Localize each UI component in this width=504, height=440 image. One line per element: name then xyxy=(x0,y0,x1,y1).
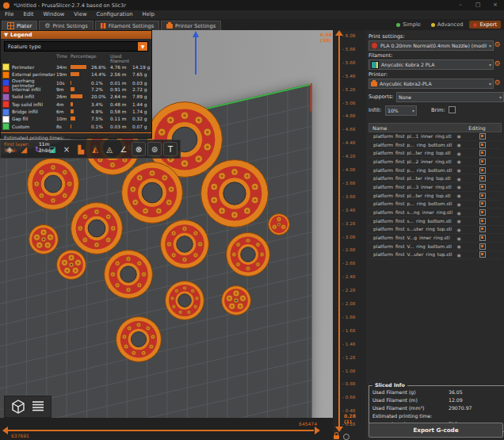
eye-icon[interactable]: ◉ xyxy=(454,176,464,182)
tab-printer-settings[interactable]: Printer Settings xyxy=(161,21,221,30)
ring-object[interactable] xyxy=(29,224,59,254)
editing-checkbox[interactable] xyxy=(479,193,486,199)
object-row[interactable]: platform_first_pl...ter_ring_top.stl◉ xyxy=(368,174,502,183)
menu-help[interactable]: Help xyxy=(138,10,160,19)
object-row[interactable]: platform_first_pl...1_inner_ring.stl◉ xyxy=(368,132,502,141)
menu-configuration[interactable]: Configuration xyxy=(92,10,138,19)
editing-checkbox[interactable] xyxy=(479,142,486,148)
ring-object[interactable] xyxy=(71,202,123,254)
eye-icon[interactable]: ◉ xyxy=(454,159,464,164)
eye-icon[interactable]: ◉ xyxy=(454,243,464,249)
slider-left-handle-icon[interactable] xyxy=(2,427,8,434)
object-row[interactable]: platform_first_V..._ring_bottom.stl◉ xyxy=(368,243,502,251)
supports-select[interactable]: None ▾ xyxy=(396,92,504,102)
object-row[interactable]: platform_first_pl...ter_ring_top.stl◉ xyxy=(368,192,502,201)
export-gcode-button[interactable]: Export G-code xyxy=(368,423,503,438)
filament-select[interactable]: Anycubic Kobra 2 PLA ▾ xyxy=(368,59,494,70)
object-row[interactable]: platform_first_s..._ring_bottom.stl◉ xyxy=(368,217,502,226)
object-row[interactable]: platform_first_p..._ring_bottom.stl◉ xyxy=(368,141,502,150)
editing-checkbox[interactable] xyxy=(479,251,486,258)
brim-checkbox[interactable] xyxy=(449,106,456,113)
layer-slider-bottom-handle-icon[interactable] xyxy=(335,427,343,432)
ring-object[interactable] xyxy=(268,213,290,235)
ring-object[interactable] xyxy=(160,220,209,269)
object-row[interactable]: platform_first_p..._ring_bottom.stl◉ xyxy=(368,201,502,209)
editing-checkbox[interactable] xyxy=(479,133,486,140)
layer-slider[interactable] xyxy=(338,35,340,428)
infill-select[interactable]: 10% ▾ xyxy=(385,105,417,116)
editing-checkbox[interactable] xyxy=(479,235,486,241)
emboss-text-icon[interactable]: T xyxy=(163,142,178,156)
menu-edit[interactable]: Edit xyxy=(18,10,38,19)
ring-object[interactable] xyxy=(200,159,269,228)
eye-icon[interactable]: ◉ xyxy=(454,167,464,173)
editing-checkbox[interactable] xyxy=(479,218,486,224)
editing-checkbox[interactable] xyxy=(479,150,486,156)
slider-settings-icon[interactable] xyxy=(343,434,349,440)
editing-checkbox[interactable] xyxy=(479,226,486,232)
eye-icon[interactable]: ◉ xyxy=(454,184,464,189)
object-row[interactable]: platform_first_p..._ring_bottom.stl◉ xyxy=(368,166,502,175)
object-row[interactable]: platform_first_pl...3_inner_ring.stl◉ xyxy=(368,183,502,192)
editing-checkbox[interactable] xyxy=(479,175,486,182)
ring-object[interactable] xyxy=(56,250,86,280)
3d-viewport[interactable]: ▼ Legend Feature type ▼ Time Percentage … xyxy=(0,30,333,418)
ring-object[interactable] xyxy=(104,250,153,299)
eye-icon[interactable]: ◉ xyxy=(454,210,464,216)
legend-row: Custom8s0.1%0.03 m0.07 g xyxy=(1,123,151,130)
eye-icon[interactable]: ◉ xyxy=(454,151,464,156)
object-row[interactable]: platform_first_pl...ter_ring_top.stl◉ xyxy=(368,149,502,158)
maximize-button[interactable]: □ xyxy=(469,0,487,10)
object-row[interactable]: platform_first_s...uter_ring_top.stl◉ xyxy=(368,226,502,235)
eye-icon[interactable]: ◉ xyxy=(454,193,464,198)
eye-icon[interactable]: ◉ xyxy=(454,142,464,147)
printer-label: Printer: xyxy=(368,71,388,78)
layer-tick-label: - 3.88 xyxy=(342,181,355,186)
object-row[interactable]: platform_first_V...uter_ring_top.stl◉ xyxy=(368,251,502,260)
close-button[interactable]: × xyxy=(487,0,504,10)
minimize-button[interactable]: – xyxy=(452,0,469,10)
print-settings-select[interactable]: PLA 0.20mm Normal(0.4mm Nozzle) (modifie… xyxy=(368,40,494,51)
menu-file[interactable]: File xyxy=(0,10,18,19)
mode-simple[interactable]: Simple xyxy=(392,21,425,29)
eye-icon[interactable]: ◉ xyxy=(454,218,464,224)
printer-gear-icon[interactable]: ⚙ xyxy=(493,78,502,87)
editing-checkbox[interactable] xyxy=(479,243,486,250)
eye-icon[interactable]: ◉ xyxy=(454,133,464,139)
ring-object[interactable] xyxy=(226,232,270,277)
editing-checkbox[interactable] xyxy=(479,159,486,165)
eye-icon[interactable]: ◉ xyxy=(454,227,464,232)
object-row[interactable]: platform_first_V...g_inner_ring.stl◉ xyxy=(368,234,502,243)
ring-object[interactable] xyxy=(221,285,251,316)
view-type-select[interactable]: Feature type ▼ xyxy=(4,41,148,52)
editing-checkbox[interactable] xyxy=(479,184,486,190)
ring-object[interactable] xyxy=(121,162,183,224)
eye-icon[interactable]: ◉ xyxy=(454,252,464,258)
collapse-arrow-icon[interactable]: ▼ xyxy=(4,32,8,38)
object-row[interactable]: platform_first_s...ng_inner_ring.stl◉ xyxy=(368,209,502,217)
layers-view-button[interactable] xyxy=(29,398,47,415)
printer-select[interactable]: Anycubic Kobra2-PLA ▾ xyxy=(368,78,494,89)
ring-object[interactable] xyxy=(116,316,162,362)
eye-icon[interactable]: ◉ xyxy=(454,235,464,241)
tab-plater[interactable]: Plater xyxy=(2,21,37,30)
tab-print-settings[interactable]: ⚙Print Settings xyxy=(39,21,93,30)
lock-icon[interactable] xyxy=(334,435,339,439)
menu-view[interactable]: View xyxy=(69,10,91,19)
filament-gear-icon[interactable]: ⚙ xyxy=(493,59,502,68)
editing-checkbox[interactable] xyxy=(479,201,486,207)
mode-advanced[interactable]: Advanced xyxy=(427,21,468,29)
eye-icon[interactable]: ◉ xyxy=(454,201,464,207)
tab-filament-settings[interactable]: Filament Settings xyxy=(95,21,159,30)
print-settings-gear-icon[interactable]: ⚙ xyxy=(493,40,502,49)
editing-checkbox[interactable] xyxy=(479,167,486,174)
ring-object[interactable] xyxy=(165,281,204,320)
menu-window[interactable]: Window xyxy=(39,10,70,19)
layer-tick-label: - 6.08 xyxy=(342,33,355,38)
3d-view-button[interactable] xyxy=(10,398,27,415)
horizontal-move-slider[interactable] xyxy=(8,430,314,431)
mode-expert[interactable]: Expert xyxy=(469,21,501,29)
slider-right-handle-icon[interactable] xyxy=(315,427,320,434)
object-row[interactable]: platform_first_pl...2_inner_ring.stl◉ xyxy=(368,158,502,166)
editing-checkbox[interactable] xyxy=(479,209,486,216)
